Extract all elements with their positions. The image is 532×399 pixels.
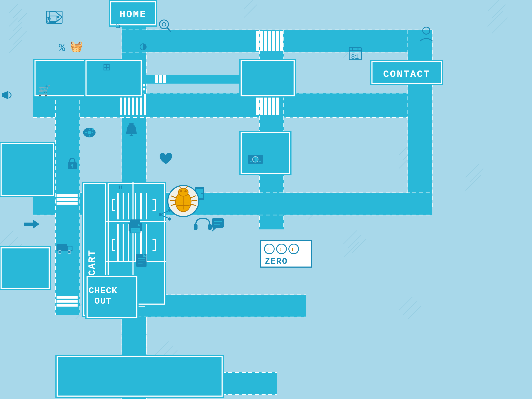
svg-rect-99 [57,202,78,205]
zero-badge-group[interactable]: ! ! ! ZERO [260,241,311,267]
bug-icon-group[interactable] [168,185,199,216]
windows-icon: ⊞ [103,61,110,75]
basket-icon: 🧺 [70,40,83,53]
svg-rect-83 [144,94,146,115]
grid-bracket-tr: ] [151,197,159,212]
svg-point-163 [138,224,140,226]
svg-rect-98 [57,198,78,201]
contact-label: CONTACT [383,69,431,80]
bottom-center-node[interactable] [55,355,224,398]
home-label: HOME [120,9,146,20]
svg-text:🛒: 🛒 [38,84,51,97]
svg-rect-148 [129,123,134,125]
svg-rect-138 [2,93,4,97]
svg-rect-101 [57,300,78,303]
svg-point-195 [180,190,182,192]
document-icon [136,254,146,267]
svg-text:!: ! [279,247,282,252]
bottom-left-node[interactable] [0,246,51,290]
svg-text:31: 31 [351,53,359,61]
print-icon [129,219,142,233]
svg-point-173 [58,250,61,253]
checkout-label-line2: OUT [95,296,112,306]
svg-text:+: + [159,21,160,24]
crosshatch-leftv-lower [57,194,78,205]
money-icon: $ [248,155,263,164]
crosshatch-leftv-checkout [57,296,78,307]
svg-point-196 [184,190,187,192]
svg-text:ZERO: ZERO [265,257,288,266]
svg-point-186 [201,193,203,194]
svg-rect-87 [268,31,271,51]
svg-rect-165 [208,224,212,230]
svg-rect-97 [57,194,78,197]
center-node[interactable] [84,59,143,98]
crosshatch-connector [155,75,166,83]
left-node-connector [33,98,55,106]
grid-bracket-br: ] [151,237,159,252]
svg-point-140 [88,131,91,134]
right-center-node[interactable] [239,59,296,98]
svg-rect-164 [194,224,197,230]
svg-rect-85 [260,31,263,51]
svg-rect-100 [57,296,78,298]
add-cart-icon: 🛒 + [38,83,51,97]
contrast-icon: ◑ [140,40,147,53]
svg-rect-89 [276,31,279,51]
svg-rect-86 [264,31,267,51]
svg-text:!: ! [267,247,269,252]
svg-rect-166 [212,218,224,228]
svg-rect-84 [256,31,259,51]
svg-text:": " [117,184,124,197]
cart-label: CART [87,250,98,276]
svg-rect-219 [163,75,166,83]
svg-rect-218 [159,75,162,83]
crosshatch-top-mid [256,31,283,51]
road-right-v [408,30,432,207]
svg-point-174 [68,250,71,253]
svg-rect-160 [130,228,140,233]
left-sidebar-node[interactable] [0,142,55,197]
svg-text:$: $ [253,158,255,162]
svg-text:+: + [45,83,49,90]
tag-icon: 🏷 [46,13,58,27]
home-icon: ⌂ [115,21,120,30]
svg-point-194 [178,188,188,196]
svg-rect-90 [280,31,283,51]
svg-rect-172 [68,247,72,250]
media-node[interactable] [239,131,291,175]
svg-rect-88 [272,31,275,51]
svg-rect-170 [57,244,67,251]
svg-text:!: ! [291,247,294,252]
gamepad-icon [83,128,95,137]
percent-icon: % [59,42,65,54]
svg-rect-217 [155,75,158,83]
checkout-label-line1: CHECK [89,286,117,296]
grid-bracket-tl: [ [109,197,117,212]
grid-bracket-bl: [ [109,237,117,252]
svg-point-153 [159,213,162,216]
svg-point-145 [92,128,94,131]
svg-point-155 [168,217,171,221]
checkout-node[interactable] [85,275,139,319]
quote-icon: " [117,184,124,197]
svg-rect-102 [57,304,78,307]
